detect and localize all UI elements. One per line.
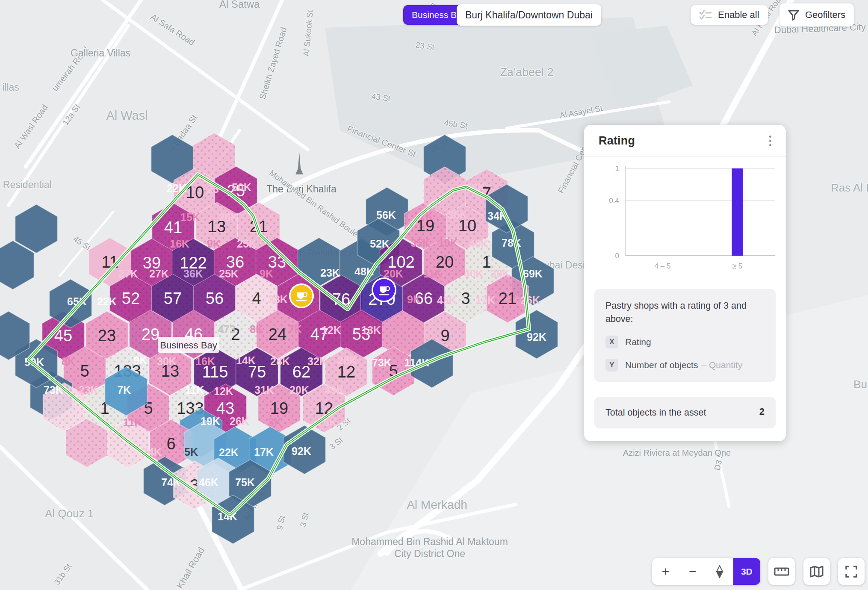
svg-text:16K: 16K bbox=[195, 355, 215, 367]
svg-text:3K: 3K bbox=[268, 416, 282, 428]
svg-text:Khail Road: Khail Road bbox=[174, 545, 207, 590]
svg-text:12K: 12K bbox=[214, 385, 233, 397]
svg-text:Al Merkadh: Al Merkadh bbox=[407, 498, 467, 511]
svg-text:20K: 20K bbox=[219, 211, 239, 223]
svg-text:43: 43 bbox=[216, 399, 234, 417]
svg-text:10K: 10K bbox=[438, 237, 458, 249]
svg-text:7K: 7K bbox=[117, 384, 131, 396]
svg-text:36K: 36K bbox=[448, 209, 467, 221]
svg-text:9K: 9K bbox=[133, 354, 147, 366]
svg-text:17K: 17K bbox=[475, 294, 495, 306]
x-axis-badge: X bbox=[605, 336, 618, 348]
svg-text:473: 473 bbox=[218, 323, 236, 335]
svg-text:3: 3 bbox=[461, 289, 470, 307]
pastry-marker-purple[interactable] bbox=[372, 277, 396, 302]
svg-text:illas: illas bbox=[2, 82, 19, 93]
svg-text:1: 1 bbox=[615, 165, 619, 173]
svg-text:4: 4 bbox=[252, 289, 261, 307]
svg-text:5: 5 bbox=[80, 362, 89, 380]
svg-text:21: 21 bbox=[499, 289, 517, 307]
svg-text:Galleria Villas: Galleria Villas bbox=[71, 47, 130, 59]
svg-text:30K: 30K bbox=[157, 355, 177, 367]
svg-text:56: 56 bbox=[206, 289, 224, 307]
svg-text:9 St: 9 St bbox=[275, 514, 287, 531]
svg-text:13K: 13K bbox=[361, 324, 381, 336]
x-axis-label: Rating bbox=[625, 337, 651, 347]
svg-text:36K: 36K bbox=[183, 268, 203, 280]
geofilters-button[interactable]: Geofilters bbox=[779, 3, 854, 27]
svg-text:Al Qouz 1: Al Qouz 1 bbox=[45, 507, 94, 520]
rating-bar-chart[interactable]: 10.404 – 5≥ 5 bbox=[591, 162, 779, 278]
kebab-menu-button[interactable] bbox=[766, 132, 775, 150]
svg-text:49K: 49K bbox=[325, 384, 344, 396]
svg-text:9K: 9K bbox=[407, 293, 421, 305]
chart-bar[interactable] bbox=[732, 168, 743, 256]
pastry-marker-yellow[interactable] bbox=[289, 283, 314, 308]
svg-text:69K: 69K bbox=[523, 268, 543, 280]
svg-text:Al Safa Road: Al Safa Road bbox=[149, 12, 196, 47]
3d-toggle-button[interactable]: 3D bbox=[733, 558, 760, 585]
svg-text:52K: 52K bbox=[370, 238, 390, 250]
svg-text:11K: 11K bbox=[185, 384, 204, 396]
area-title-pill: Burj Khalifa/Downtown Dubai bbox=[457, 4, 601, 26]
svg-text:22K: 22K bbox=[97, 295, 117, 307]
compass-button[interactable] bbox=[706, 558, 733, 585]
svg-text:75K: 75K bbox=[235, 476, 255, 488]
measure-button[interactable] bbox=[768, 558, 795, 585]
svg-text:28K: 28K bbox=[270, 355, 290, 367]
svg-text:31b St: 31b St bbox=[52, 562, 73, 587]
svg-text:57: 57 bbox=[164, 289, 182, 307]
rating-widget-panel: Rating 10.404 – 5≥ 5 Pastry shops with a… bbox=[584, 125, 786, 441]
svg-text:Al Wasl: Al Wasl bbox=[106, 109, 148, 122]
fullscreen-button[interactable] bbox=[838, 558, 865, 585]
svg-text:56K: 56K bbox=[376, 209, 396, 221]
svg-text:15K: 15K bbox=[180, 211, 200, 223]
svg-text:Mohammed Bin Rashid Al Maktoum: Mohammed Bin Rashid Al Maktoum bbox=[351, 536, 508, 547]
svg-text:Mohammed Bin Rashid Boulevard: Mohammed Bin Rashid Boulevard bbox=[268, 168, 373, 248]
compass-icon bbox=[715, 565, 724, 578]
svg-text:28K: 28K bbox=[337, 354, 357, 366]
y-axis-label: Number of objects bbox=[625, 360, 698, 370]
svg-text:41: 41 bbox=[164, 218, 182, 236]
svg-text:Al Satwa: Al Satwa bbox=[219, 0, 260, 10]
svg-text:Sheikh Zayed Road: Sheikh Zayed Road bbox=[257, 26, 288, 100]
svg-text:14K: 14K bbox=[236, 354, 256, 366]
svg-text:73K: 73K bbox=[372, 357, 392, 369]
svg-text:23: 23 bbox=[98, 327, 116, 345]
enable-all-button[interactable]: Enable all bbox=[691, 5, 768, 25]
svg-text:92K: 92K bbox=[527, 331, 546, 343]
svg-text:Al Sukook St: Al Sukook St bbox=[301, 9, 314, 57]
svg-text:50K: 50K bbox=[232, 181, 251, 193]
zoom-out-button[interactable]: − bbox=[679, 558, 706, 585]
svg-text:30K: 30K bbox=[490, 268, 510, 280]
svg-text:3 St: 3 St bbox=[328, 435, 345, 451]
svg-text:3 St: 3 St bbox=[298, 511, 310, 528]
total-objects-value: 2 bbox=[759, 406, 765, 417]
svg-text:Business Bay: Business Bay bbox=[160, 340, 217, 351]
svg-text:8K: 8K bbox=[62, 355, 75, 367]
svg-text:0: 0 bbox=[615, 252, 619, 260]
svg-text:46K: 46K bbox=[199, 476, 218, 488]
svg-text:92K: 92K bbox=[292, 445, 311, 457]
y-axis-badge: Y bbox=[605, 359, 618, 372]
basemap-button[interactable] bbox=[803, 558, 830, 585]
fullscreen-icon bbox=[845, 565, 858, 578]
svg-text:25K: 25K bbox=[219, 268, 239, 280]
total-objects-box: Total objects in the asset 2 bbox=[594, 397, 776, 428]
svg-text:40K: 40K bbox=[464, 268, 484, 280]
svg-text:40K: 40K bbox=[469, 238, 489, 250]
svg-text:35K: 35K bbox=[410, 237, 430, 249]
zoom-in-button[interactable]: + bbox=[652, 558, 679, 585]
svg-text:9: 9 bbox=[440, 327, 449, 345]
checklist-icon bbox=[699, 9, 712, 21]
svg-text:26K: 26K bbox=[520, 294, 540, 306]
svg-text:31K: 31K bbox=[254, 384, 274, 396]
svg-text:25K: 25K bbox=[237, 238, 257, 250]
svg-text:52: 52 bbox=[122, 289, 140, 307]
svg-text:9K: 9K bbox=[207, 238, 221, 250]
map-zoom-controls: + − 3D bbox=[652, 558, 760, 585]
y-axis-sublabel: – Quantity bbox=[701, 360, 742, 370]
svg-text:11K: 11K bbox=[123, 416, 142, 428]
svg-text:27K: 27K bbox=[118, 268, 138, 280]
svg-text:5K: 5K bbox=[184, 446, 198, 458]
